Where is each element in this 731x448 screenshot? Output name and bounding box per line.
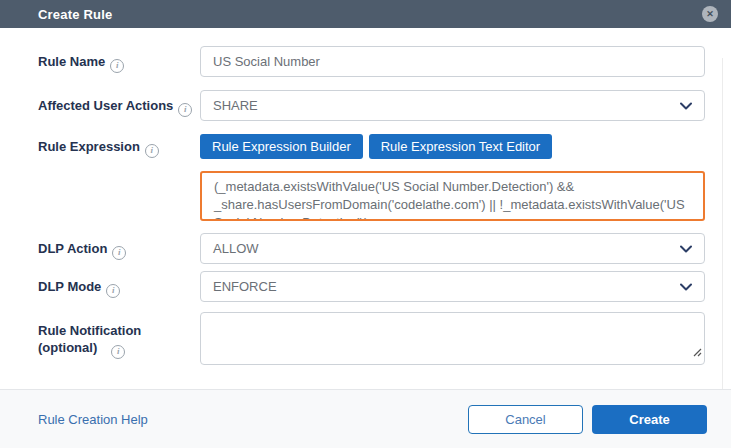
selected-value: SHARE (213, 98, 258, 113)
affected-user-actions-label: Affected User Actionsi (38, 90, 200, 117)
rule-notification-textarea[interactable] (200, 312, 705, 365)
chevron-down-icon (680, 102, 692, 110)
info-icon[interactable]: i (145, 144, 159, 158)
create-rule-dialog: Create Rule ✕ Rule Namei Affected User A… (0, 0, 731, 448)
dlp-action-label: DLP Actioni (38, 233, 200, 260)
selected-value: ENFORCE (213, 279, 277, 294)
dlp-mode-label: DLP Modei (38, 271, 200, 298)
rule-name-row: Rule Namei (38, 46, 705, 77)
close-icon[interactable]: ✕ (702, 6, 718, 22)
dialog-footer: Rule Creation Help Cancel Create (0, 389, 731, 448)
rule-expression-textarea[interactable]: (_metadata.existsWithValue('US Social Nu… (200, 171, 705, 221)
affected-user-actions-row: Affected User Actionsi SHARE (38, 90, 705, 121)
rule-expression-builder-button[interactable]: Rule Expression Builder (200, 134, 363, 159)
info-icon[interactable]: i (112, 246, 126, 260)
scrollbar-track[interactable] (722, 58, 723, 415)
dlp-action-row: DLP Actioni ALLOW (38, 233, 705, 264)
rule-notification-row: Rule Notification (optional)i (38, 312, 705, 365)
info-icon[interactable]: i (111, 345, 125, 359)
rule-expression-label: Rule Expressioni (38, 134, 200, 158)
chevron-down-icon (680, 245, 692, 253)
dialog-title: Create Rule (38, 7, 112, 22)
rule-notification-label: Rule Notification (optional)i (38, 312, 200, 359)
rule-expression-value-row: (_metadata.existsWithValue('US Social Nu… (38, 171, 705, 225)
chevron-down-icon (680, 283, 692, 291)
selected-value: ALLOW (213, 241, 259, 256)
info-icon[interactable]: i (178, 103, 192, 117)
info-icon[interactable]: i (110, 59, 124, 73)
rule-expression-row: Rule Expressioni Rule Expression Builder… (38, 134, 705, 159)
dialog-body: Rule Namei Affected User Actionsi SHARE (0, 28, 731, 389)
rule-name-input[interactable] (200, 46, 705, 77)
cancel-button[interactable]: Cancel (468, 405, 583, 434)
info-icon[interactable]: i (106, 284, 120, 298)
rule-expression-text-editor-button[interactable]: Rule Expression Text Editor (369, 134, 552, 159)
dialog-header: Create Rule ✕ (0, 0, 731, 28)
dlp-mode-select[interactable]: ENFORCE (200, 271, 705, 302)
rule-creation-help-link[interactable]: Rule Creation Help (38, 412, 148, 427)
dlp-action-select[interactable]: ALLOW (200, 233, 705, 264)
dlp-mode-row: DLP Modei ENFORCE (38, 271, 705, 302)
create-button[interactable]: Create (592, 405, 707, 434)
affected-user-actions-select[interactable]: SHARE (200, 90, 705, 121)
close-glyph: ✕ (706, 10, 714, 19)
rule-name-label: Rule Namei (38, 46, 200, 73)
